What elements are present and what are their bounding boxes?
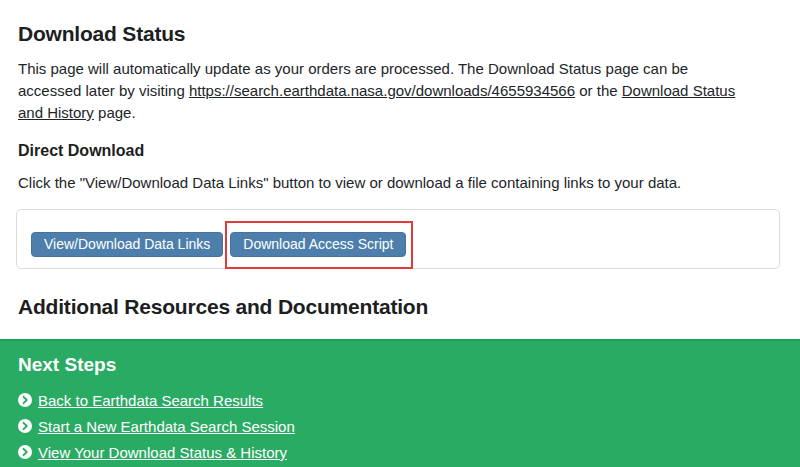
direct-download-panel: View/Download Data LinksDownload Access … <box>16 209 780 269</box>
download-url-link[interactable]: https://search.earthdata.nasa.gov/downlo… <box>189 82 575 99</box>
step-link-label: Start a New Earthdata Search Session <box>38 418 295 435</box>
chevron-circle-right-icon <box>18 419 32 433</box>
chevron-circle-right-icon <box>18 445 32 459</box>
view-download-data-links-button[interactable]: View/Download Data Links <box>31 232 223 257</box>
intro-paragraph: This page will automatically update as y… <box>18 58 748 124</box>
intro-text-3: page. <box>98 104 136 121</box>
page-title: Download Status <box>18 22 784 46</box>
download-access-script-button[interactable]: Download Access Script <box>230 232 406 257</box>
chevron-circle-right-icon <box>18 393 32 407</box>
next-steps-heading: Next Steps <box>18 354 784 376</box>
new-search-session-link[interactable]: Start a New Earthdata Search Session <box>16 413 295 439</box>
direct-download-heading: Direct Download <box>18 142 784 160</box>
intro-text-2: or the <box>579 82 617 99</box>
view-download-status-history-link[interactable]: View Your Download Status & History <box>16 439 287 465</box>
back-to-results-link[interactable]: Back to Earthdata Search Results <box>16 387 263 413</box>
next-steps-section: Next Steps Back to Earthdata Search Resu… <box>0 339 800 467</box>
direct-download-description: Click the "View/Download Data Links" but… <box>18 173 784 193</box>
step-link-label: Back to Earthdata Search Results <box>38 392 263 409</box>
additional-resources-heading: Additional Resources and Documentation <box>18 295 784 319</box>
step-link-label: View Your Download Status & History <box>38 444 287 461</box>
annotated-button-wrap: Download Access Script <box>230 232 406 257</box>
download-status-page: Download Status This page will automatic… <box>0 0 800 353</box>
